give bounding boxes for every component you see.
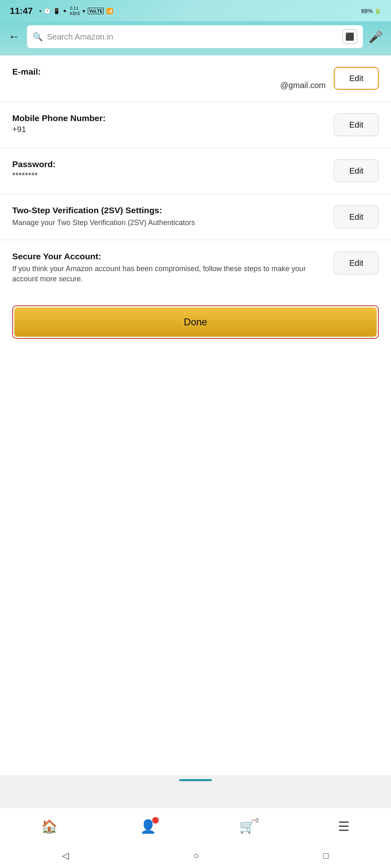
2sv-info: Two-Step Verification (2SV) Settings: Ma… xyxy=(12,205,334,228)
status-right: 68% 🔋 xyxy=(361,8,381,14)
password-info: Password: ******** xyxy=(12,159,334,180)
nav-home[interactable]: 🏠 xyxy=(41,819,58,834)
sys-recents-button[interactable]: □ xyxy=(323,850,329,861)
phone-label: Mobile Phone Number: xyxy=(12,113,326,123)
main-content: E-mail: @gmail.com Edit Mobile Phone Num… xyxy=(0,55,391,775)
cart-count: 0 xyxy=(255,817,259,824)
2sv-section: Two-Step Verification (2SV) Settings: Ma… xyxy=(0,194,391,240)
bottom-nav: 🏠 👤 🛒 0 ☰ xyxy=(0,808,391,844)
system-nav: ◁ ○ □ xyxy=(0,844,391,868)
battery-icon: 🔋 xyxy=(374,8,381,14)
data-speed: 0.11KB/S xyxy=(70,6,80,16)
email-value: @gmail.com xyxy=(12,81,326,90)
cart-icon: 🛒 xyxy=(239,819,255,834)
sys-home-button[interactable]: ○ xyxy=(193,850,199,861)
done-button-wrapper: Done xyxy=(12,305,379,339)
password-section: Password: ******** Edit xyxy=(0,148,391,194)
password-edit-button[interactable]: Edit xyxy=(334,159,379,182)
password-label: Password: xyxy=(12,159,326,169)
home-icon: 🏠 xyxy=(41,819,58,834)
phone-info: Mobile Phone Number: +91 xyxy=(12,113,334,134)
bottom-spacer xyxy=(0,775,391,808)
status-bar: 11:47 • 🕐 📳 ✦ 0.11KB/S ▾ VoLTE 📶 68% 🔋 xyxy=(0,0,391,21)
phone-value: +91 xyxy=(12,125,326,134)
phone-edit-button[interactable]: Edit xyxy=(334,113,379,136)
done-section: Done xyxy=(0,296,391,349)
email-section: E-mail: @gmail.com Edit xyxy=(0,55,391,102)
search-box[interactable]: 🔍 Search Amazon.in ⬛ xyxy=(27,25,363,48)
menu-icon: ☰ xyxy=(338,819,350,834)
done-button[interactable]: Done xyxy=(14,307,377,337)
nav-account[interactable]: 👤 xyxy=(140,819,156,834)
search-icon: 🔍 xyxy=(33,32,43,42)
wifi-icon: ▾ xyxy=(82,8,85,14)
camera-icon[interactable]: ⬛ xyxy=(342,29,357,44)
battery-percent: 68% xyxy=(361,8,373,14)
status-time: 11:47 xyxy=(10,6,33,16)
sys-back-button[interactable]: ◁ xyxy=(62,850,69,861)
email-info: E-mail: @gmail.com xyxy=(12,67,334,90)
2sv-label: Two-Step Verification (2SV) Settings: xyxy=(12,205,326,215)
2sv-desc: Manage your Two Step Verification (2SV) … xyxy=(12,218,326,228)
dot-indicator: • xyxy=(39,8,41,14)
secure-edit-button[interactable]: Edit xyxy=(334,252,379,274)
secure-info: Secure Your Account: If you think your A… xyxy=(12,252,334,284)
microphone-icon[interactable]: 🎤 xyxy=(369,30,383,44)
email-label: E-mail: xyxy=(12,67,326,77)
secure-desc: If you think your Amazon account has bee… xyxy=(12,264,326,284)
search-area: ← 🔍 Search Amazon.in ⬛ 🎤 xyxy=(0,21,391,55)
nav-menu[interactable]: ☰ xyxy=(338,819,350,834)
swipe-indicator xyxy=(179,779,212,781)
email-edit-button[interactable]: Edit xyxy=(334,67,379,90)
account-badge xyxy=(152,817,159,824)
secure-label: Secure Your Account: xyxy=(12,252,326,261)
nav-cart[interactable]: 🛒 0 xyxy=(239,819,255,834)
secure-section: Secure Your Account: If you think your A… xyxy=(0,240,391,296)
back-button[interactable]: ← xyxy=(8,30,20,43)
2sv-edit-button[interactable]: Edit xyxy=(334,205,379,228)
search-placeholder: Search Amazon.in xyxy=(47,32,338,42)
volte-icon: VoLTE xyxy=(88,8,104,14)
clock-icon: 🕐 xyxy=(44,8,51,14)
phone-section: Mobile Phone Number: +91 Edit xyxy=(0,102,391,148)
signal-icon: 📶 xyxy=(106,8,113,14)
status-icons: • 🕐 📳 ✦ 0.11KB/S ▾ VoLTE 📶 xyxy=(39,6,113,16)
vibrate-icon: 📳 xyxy=(53,8,60,14)
password-value: ******** xyxy=(12,171,326,180)
bluetooth-icon: ✦ xyxy=(62,8,67,14)
